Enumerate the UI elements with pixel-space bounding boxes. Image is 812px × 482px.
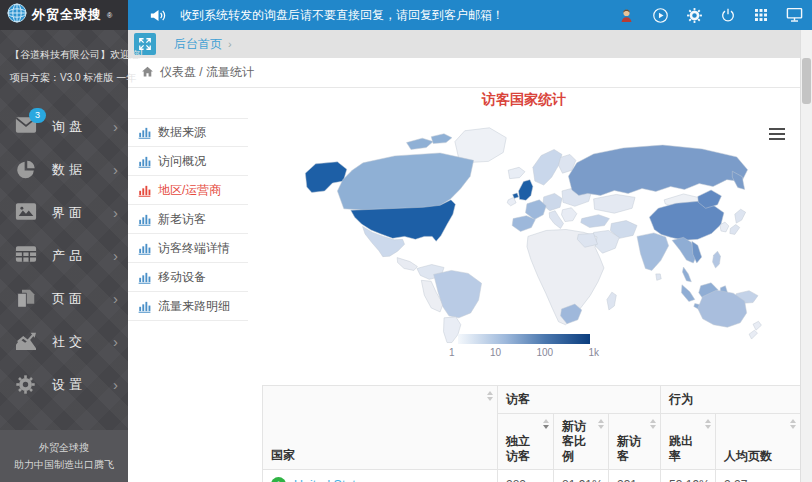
column-header-pages-per-visit[interactable]: 人均页数 <box>716 414 801 470</box>
submenu-item-terminal-details[interactable]: 访客终端详情 <box>128 234 248 263</box>
cell-new-visitors: 231 <box>609 470 661 482</box>
bar-chart-icon <box>138 184 151 197</box>
page-header: 仪表盘 / 流量统计 <box>128 58 800 88</box>
monitor-icon[interactable] <box>786 7 803 23</box>
chevron-right-icon: › <box>113 205 118 220</box>
topbar-actions <box>618 7 803 24</box>
country-link[interactable]: United States <box>294 478 369 482</box>
cell-new-ratio: 81.91% <box>554 470 609 482</box>
pie-chart-icon <box>15 159 39 181</box>
sidebar-menu: 3 询盘 › 数据 › 界面 › <box>0 105 128 406</box>
image-icon <box>15 202 39 224</box>
grid-icon[interactable] <box>753 7 769 23</box>
speaker-icon <box>150 8 167 23</box>
chevron-right-icon: › <box>113 119 118 134</box>
column-header-bounce-rate[interactable]: 跳出率 <box>661 414 716 470</box>
power-icon[interactable] <box>720 7 736 23</box>
submenu-item-data-source[interactable]: 数据来源 <box>128 118 248 147</box>
envelope-icon: 3 <box>15 116 39 138</box>
sidebar-item-page[interactable]: 页面 › <box>0 277 128 320</box>
app-window: 外贸全球搜 ® 【谷道科技有限公司】欢迎您! 项目方案：V3.0 标准版 一年 … <box>0 0 812 482</box>
welcome-company: 【谷道科技有限公司】欢迎您! <box>10 43 120 66</box>
chevron-right-icon: › <box>113 248 118 263</box>
gear-icon <box>15 374 39 396</box>
notification-text: 收到系统转发的询盘后请不要直接回复，请回复到客户邮箱！ <box>180 7 618 24</box>
breadcrumb[interactable]: 后台首页 <box>174 36 222 53</box>
sort-icon[interactable] <box>790 419 796 429</box>
legend-gradient <box>458 334 590 344</box>
sidebar-item-interface[interactable]: 界面 › <box>0 191 128 234</box>
breadcrumb-bar: 后台首页 › <box>128 30 800 58</box>
cell-pages-per-visit: 2.27 <box>716 470 801 482</box>
submenu-item-new-returning[interactable]: 新老访客 <box>128 205 248 234</box>
avatar[interactable] <box>618 7 635 24</box>
footer-brand: 外贸全球搜 <box>0 439 128 456</box>
scrollbar[interactable] <box>800 30 812 482</box>
sidebar-item-settings[interactable]: 设置 › <box>0 363 128 406</box>
sidebar-item-inquiry[interactable]: 3 询盘 › <box>0 105 128 148</box>
pages-icon <box>15 288 39 310</box>
play-icon[interactable] <box>652 7 669 24</box>
welcome-plan: 项目方案：V3.0 标准版 一年 <box>10 66 120 89</box>
group-header-visitors: 访客 <box>498 386 661 414</box>
cell-unique-visitors: 282 <box>498 470 554 482</box>
globe-logo-icon <box>7 3 27 27</box>
welcome-block: 【谷道科技有限公司】欢迎您! 项目方案：V3.0 标准版 一年 <box>0 30 128 89</box>
chart-title: 访客国家统计 <box>248 91 800 109</box>
submenu-item-visit-overview[interactable]: 访问概况 <box>128 147 248 176</box>
sidebar-item-social[interactable]: 社交 › <box>0 320 128 363</box>
sort-icon[interactable] <box>598 419 604 429</box>
chevron-right-icon: › <box>113 162 118 177</box>
sidebar-item-product[interactable]: 产品 › <box>0 234 128 277</box>
bar-chart-icon <box>138 300 151 313</box>
group-header-behavior: 行为 <box>661 386 801 414</box>
column-header-unique-visitors[interactable]: 独立访客 <box>498 414 554 470</box>
column-header-new-ratio[interactable]: 新访客比例 <box>554 414 609 470</box>
brand-name: 外贸全球搜 <box>32 6 102 24</box>
column-header-new-visitors[interactable]: 新访客 <box>609 414 661 470</box>
cell-bounce-rate: 53.19% <box>661 470 716 482</box>
registered-mark: ® <box>107 12 112 19</box>
scrollbar-thumb[interactable] <box>802 58 811 104</box>
table-row: +United States 282 81.91% 231 53.19% 2.2… <box>263 470 801 482</box>
breadcrumb-separator: › <box>228 38 232 50</box>
trend-chart-icon <box>15 331 39 353</box>
sort-icon[interactable] <box>487 391 493 401</box>
sidebar: 外贸全球搜 ® 【谷道科技有限公司】欢迎您! 项目方案：V3.0 标准版 一年 … <box>0 0 128 482</box>
expand-row-icon[interactable]: + <box>271 477 286 482</box>
chevron-right-icon: › <box>113 377 118 392</box>
chevron-right-icon: › <box>113 334 118 349</box>
submenu: 数据来源 访问概况 地区/运营商 新老访客 访客终端详情 移动设备 流量来路明细 <box>128 118 248 321</box>
inquiry-badge: 3 <box>29 108 46 123</box>
home-icon <box>141 65 154 81</box>
sort-icon[interactable] <box>650 419 656 429</box>
bar-chart-icon <box>138 213 151 226</box>
bar-chart-icon <box>138 242 151 255</box>
submenu-item-region-carrier[interactable]: 地区/运营商 <box>128 176 248 205</box>
chevron-right-icon: › <box>113 291 118 306</box>
bar-chart-icon <box>138 271 151 284</box>
sidebar-item-data[interactable]: 数据 › <box>0 148 128 191</box>
column-header-country[interactable]: 国家 <box>263 386 498 470</box>
product-grid-icon <box>15 245 39 267</box>
brand-logo[interactable]: 外贸全球搜 ® <box>0 0 128 30</box>
submenu-item-traffic-sources[interactable]: 流量来路明细 <box>128 292 248 321</box>
bar-chart-icon <box>138 126 151 139</box>
sort-icon[interactable] <box>705 419 711 429</box>
stats-table: 国家 访客 行为 独立访客 新访客比例 新 <box>262 385 801 482</box>
world-map[interactable] <box>268 112 780 344</box>
main-content: 访客国家统计 <box>248 88 800 482</box>
legend-labels: 1 10 100 1k <box>449 347 599 358</box>
bar-chart-icon <box>138 155 151 168</box>
page-header-text: 仪表盘 / 流量统计 <box>160 64 254 81</box>
map-legend: 1 10 100 1k <box>449 334 599 358</box>
sidebar-footer: 外贸全球搜 助力中国制造出口腾飞 <box>0 430 128 482</box>
footer-slogan: 助力中国制造出口腾飞 <box>0 456 128 473</box>
notification-bar: 收到系统转发的询盘后请不要直接回复，请回复到客户邮箱！ <box>128 0 812 30</box>
submenu-item-mobile-devices[interactable]: 移动设备 <box>128 263 248 292</box>
sort-icon-desc[interactable] <box>543 419 549 429</box>
gear-icon[interactable] <box>686 7 703 24</box>
